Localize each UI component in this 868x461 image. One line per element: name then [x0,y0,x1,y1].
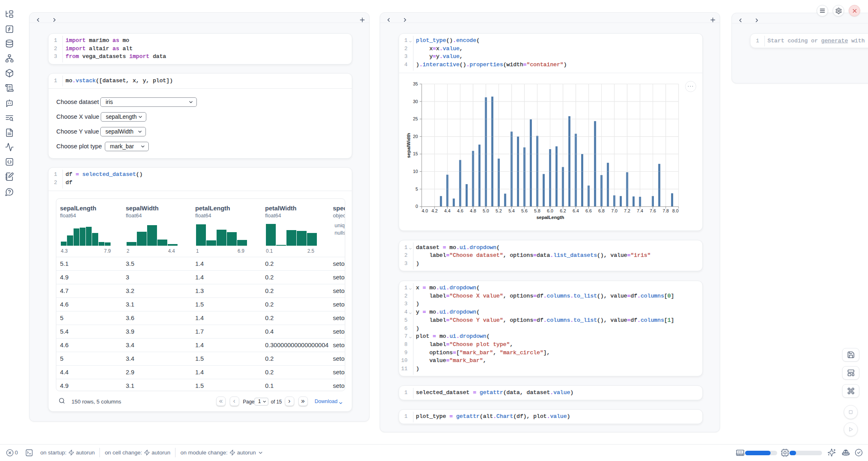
svg-text:5.4: 5.4 [508,208,515,213]
svg-text:6.4: 6.4 [573,208,579,213]
svg-text:7.4: 7.4 [637,208,643,213]
svg-text:10: 10 [413,169,418,174]
svg-text:5.6: 5.6 [521,208,527,213]
svg-text:6.0: 6.0 [547,208,553,213]
svg-text:4.4: 4.4 [444,208,450,213]
svg-text:7.2: 7.2 [624,208,630,213]
svg-text:6.8: 6.8 [598,208,604,213]
svg-text:4.2: 4.2 [431,208,437,213]
svg-text:7.8: 7.8 [663,208,669,213]
svg-text:7.6: 7.6 [649,208,656,213]
svg-text:6.2: 6.2 [560,208,566,213]
svg-text:sepalWidth: sepalWidth [406,133,411,158]
svg-text:20: 20 [413,134,418,139]
svg-text:5.8: 5.8 [534,208,540,213]
svg-text:5: 5 [415,187,418,191]
svg-text:4.8: 4.8 [470,208,476,213]
svg-text:35: 35 [413,81,418,86]
svg-text:15: 15 [413,151,418,156]
svg-text:sepalLength: sepalLength [536,215,564,220]
svg-text:6.6: 6.6 [585,208,591,213]
svg-text:25: 25 [413,116,418,121]
svg-text:4.0: 4.0 [422,208,428,213]
svg-text:0: 0 [415,204,418,209]
svg-text:8.0: 8.0 [672,208,678,213]
svg-text:5.0: 5.0 [482,208,489,213]
svg-text:4.6: 4.6 [457,208,463,213]
svg-text:30: 30 [413,99,418,104]
svg-text:7.0: 7.0 [611,208,617,213]
svg-text:5.2: 5.2 [495,208,501,213]
